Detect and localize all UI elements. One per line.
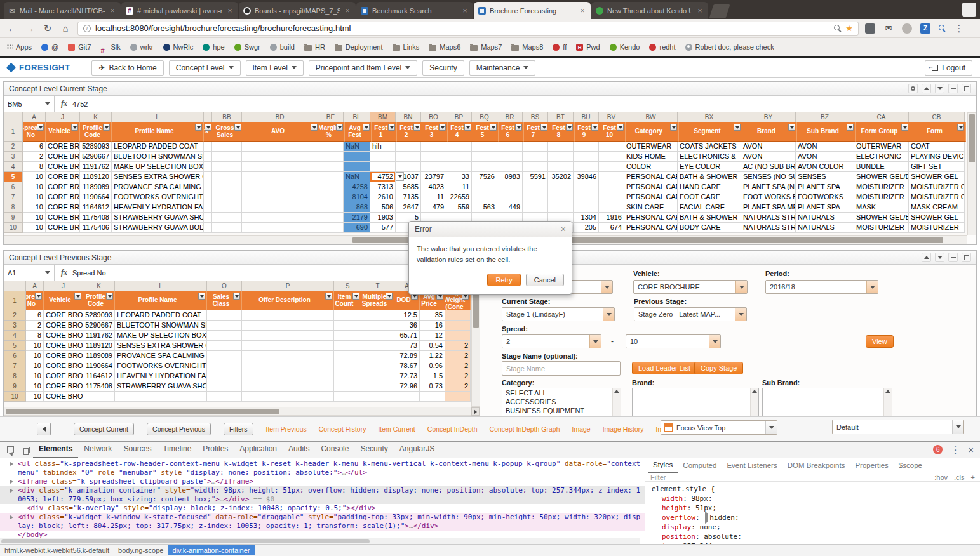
bookmark-item[interactable]: Maps8: [511, 43, 543, 51]
window-control[interactable]: [962, 3, 976, 17]
cell[interactable]: CORE BROC: [44, 361, 83, 371]
cell[interactable]: 2: [445, 341, 471, 351]
code-line[interactable]: <iframe class="k-spreadsheet-clipboard-p…: [0, 477, 645, 486]
cell[interactable]: [446, 142, 472, 152]
cell[interactable]: [370, 162, 396, 172]
cell[interactable]: 7135: [396, 192, 421, 202]
cell[interactable]: FOOT WORKS BE: [741, 192, 796, 202]
row-number[interactable]: 6: [4, 351, 26, 361]
cell[interactable]: [204, 172, 212, 182]
cell[interactable]: [204, 182, 212, 192]
close-icon[interactable]: [561, 224, 566, 234]
column-letter[interactable]: K: [80, 112, 112, 122]
column-header[interactable]: Spread No: [23, 122, 46, 142]
cell[interactable]: 1175408: [80, 213, 112, 223]
row-number[interactable]: 9: [4, 381, 26, 392]
cell[interactable]: [318, 172, 344, 182]
cell[interactable]: [361, 371, 394, 381]
cell[interactable]: [334, 331, 361, 341]
column-header[interactable]: Category: [626, 122, 679, 142]
chevron-down-icon[interactable]: [45, 271, 50, 274]
cell[interactable]: [83, 392, 115, 402]
column-letter[interactable]: O: [207, 281, 242, 291]
filter-icon[interactable]: [233, 293, 240, 300]
styles-toggle[interactable]: +: [971, 473, 975, 481]
cell[interactable]: 1903: [370, 213, 396, 223]
cell[interactable]: [523, 202, 548, 213]
cell[interactable]: [207, 341, 242, 351]
max-icon[interactable]: [962, 84, 971, 93]
cell[interactable]: [204, 142, 212, 152]
cell[interactable]: 6: [23, 142, 46, 152]
cell[interactable]: 8983: [497, 172, 523, 182]
cell[interactable]: 1189089: [83, 351, 115, 361]
cell[interactable]: 479: [421, 202, 446, 213]
column-header[interactable]: Sales Class: [207, 291, 242, 310]
browser-tab[interactable]: New Thread about Kendo UI: [591, 2, 708, 19]
cell[interactable]: GIFT SET: [909, 162, 965, 172]
filter-icon[interactable]: [566, 124, 573, 131]
column-header[interactable]: Margin %: [319, 122, 345, 142]
column-header[interactable]: Brand: [742, 122, 797, 142]
cell[interactable]: [361, 361, 394, 371]
cell[interactable]: [574, 192, 599, 202]
filter-icon[interactable]: [847, 124, 854, 131]
filter-icon[interactable]: [386, 293, 393, 300]
cell[interactable]: [599, 182, 624, 192]
toolbar-link-concept-history[interactable]: Concept History: [319, 425, 366, 433]
column-letter[interactable]: BN: [396, 112, 421, 122]
column-letter[interactable]: J: [44, 281, 83, 291]
column-header[interactable]: Spread No: [26, 291, 44, 310]
cell[interactable]: 2: [445, 351, 471, 361]
cell[interactable]: AC (NO SUB BRA: [741, 162, 796, 172]
cell[interactable]: COATS JACKETS: [678, 142, 741, 152]
cell[interactable]: 7526: [472, 172, 497, 182]
cell[interactable]: 33: [446, 172, 472, 182]
toolbar-link-concept-indepth[interactable]: Concept InDepth: [427, 425, 478, 433]
filter-icon[interactable]: [336, 124, 343, 131]
filter-icon[interactable]: [490, 124, 497, 131]
cell[interactable]: [548, 202, 574, 213]
bookmark-item[interactable]: Links: [393, 43, 420, 51]
cell[interactable]: [334, 351, 361, 361]
cell[interactable]: [242, 321, 334, 331]
cell[interactable]: [472, 192, 497, 202]
chevron-down-icon[interactable]: [866, 281, 878, 293]
cell[interactable]: [207, 361, 242, 371]
column-header[interactable]: Segment: [679, 122, 742, 142]
cell[interactable]: [204, 152, 212, 162]
list-scrollbar[interactable]: [883, 388, 892, 417]
cell[interactable]: 11: [421, 192, 446, 202]
list-option[interactable]: BUSINESS EQUIPMENT: [502, 406, 621, 415]
devtools-menu-icon[interactable]: [950, 445, 960, 455]
cell[interactable]: [497, 182, 523, 192]
filter-icon[interactable]: [788, 124, 795, 131]
cell[interactable]: [207, 371, 242, 381]
cell[interactable]: [207, 321, 242, 331]
cell[interactable]: [242, 351, 334, 361]
devtools-tab-console[interactable]: Console: [315, 441, 354, 458]
cell[interactable]: MAKE UP SELECTION BOX: [115, 331, 207, 341]
cell[interactable]: PLAYING DEVIC: [909, 152, 965, 162]
cell[interactable]: 0.54: [420, 341, 445, 351]
column-letter[interactable]: CA: [854, 112, 909, 122]
cell[interactable]: STRAWBERRY GUAVA BODY: [112, 223, 204, 233]
filter-icon[interactable]: [439, 124, 446, 131]
cell[interactable]: [574, 162, 599, 172]
cell[interactable]: [212, 202, 242, 213]
column-letter[interactable]: BT: [548, 112, 574, 122]
cell[interactable]: [318, 192, 344, 202]
cell[interactable]: BATH & SHOWER: [678, 172, 741, 182]
cell[interactable]: [242, 381, 334, 392]
column-letter[interactable]: BQ: [472, 112, 497, 122]
row-number[interactable]: 9: [4, 213, 23, 223]
cell[interactable]: MAKE UP SELECTION BOX: [112, 162, 204, 172]
filter-icon[interactable]: [35, 293, 42, 300]
copy-stage-button[interactable]: Copy Stage: [694, 362, 743, 374]
cell[interactable]: 5685: [396, 182, 421, 192]
devtools-tab-security[interactable]: Security: [354, 441, 393, 458]
spread-to-dropdown[interactable]: 10: [626, 334, 721, 348]
cell[interactable]: ELECTRONICS &: [678, 152, 741, 162]
filter-icon[interactable]: [957, 124, 964, 131]
cell[interactable]: [344, 152, 370, 162]
